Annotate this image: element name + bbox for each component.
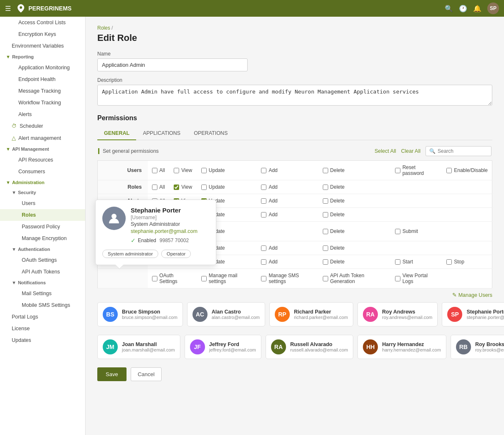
user-card-jeffrey-ford[interactable]: JF Jeffrey Ford jeffrey.ford@email.com <box>185 335 261 359</box>
sidebar-section-notifications[interactable]: ▼ Notifications <box>0 278 85 288</box>
sidebar-item-roles[interactable]: Roles <box>0 209 85 221</box>
perm-r7-stop[interactable] <box>446 259 452 265</box>
perm-api-token[interactable] <box>323 276 328 281</box>
clear-all-button[interactable]: Clear All <box>401 148 420 154</box>
user-card-bruce-simpson[interactable]: BS Bruce Simpson bruce.simpson@email.com <box>97 302 183 326</box>
sidebar-item-access-control-lists[interactable]: Access Control Lists <box>0 17 85 28</box>
perm-sla-delete[interactable] <box>323 212 328 218</box>
sidebar-item-alerts[interactable]: Alerts <box>0 109 85 120</box>
history-icon[interactable]: 🕐 <box>459 5 467 13</box>
perm-users-add[interactable] <box>261 168 266 173</box>
perm-mail[interactable] <box>201 276 207 281</box>
sidebar-item-consumers[interactable]: Consumers <box>0 166 85 177</box>
perm-roles-update[interactable] <box>201 185 207 190</box>
perm-users-delete[interactable] <box>323 168 328 173</box>
perm-r6-add[interactable] <box>261 245 266 251</box>
sidebar-item-api-auth-tokens[interactable]: API Auth Tokens <box>0 266 85 278</box>
perm-sms[interactable] <box>261 276 266 281</box>
perm-row-label: Roles <box>98 180 148 194</box>
description-textarea[interactable]: Application Admin have full access to co… <box>97 85 492 106</box>
user-card-alan-castro[interactable]: AC Alan Castro alan.castro@email.com <box>187 302 265 326</box>
perm-oauth[interactable] <box>152 276 157 281</box>
permissions-search-input[interactable] <box>438 148 488 154</box>
tab-applications[interactable]: APPLICATIONS <box>136 127 187 140</box>
chevron-down-icon: ▼ <box>6 54 10 59</box>
popup-username: [Username] <box>131 215 209 220</box>
sidebar-section-api-management[interactable]: ▼ API Management <box>0 144 85 154</box>
search-icon: 🔍 <box>429 148 436 154</box>
permissions-title: Permissions <box>97 114 492 122</box>
perm-alerts-add[interactable] <box>261 198 266 204</box>
sidebar-item-application-monitoring[interactable]: Application Monitoring <box>0 62 85 73</box>
sidebar-section-reporting[interactable]: ▼ Reporting <box>0 52 85 62</box>
sidebar-item-workflow-tracking[interactable]: Workflow Tracking <box>0 97 85 109</box>
perm-mh-delete[interactable] <box>323 229 328 234</box>
sidebar-item-mail-settings[interactable]: Mail Settings <box>0 288 85 299</box>
sidebar-section-security[interactable]: ▼ Security <box>0 187 85 197</box>
chevron-down-icon: ▼ <box>12 190 16 195</box>
sidebar-item-mobile-sms-settings[interactable]: Mobile SMS Settings <box>0 299 85 311</box>
perm-portal-logs[interactable] <box>395 276 400 281</box>
save-button[interactable]: Save <box>97 367 127 381</box>
perm-roles-add[interactable] <box>261 185 266 190</box>
tab-operations[interactable]: OPERATIONS <box>187 127 234 140</box>
perm-users-enable-disable[interactable] <box>446 168 452 173</box>
sidebar-item-license[interactable]: License <box>0 323 85 334</box>
user-card-stephanie-porter[interactable]: SP Stephanie Porter stephanie.porter@ema… <box>442 302 504 326</box>
user-card-richard-parker[interactable]: RP Richard Parker richard.parker@email.c… <box>269 302 353 326</box>
sidebar-item-updates[interactable]: Updates <box>0 334 85 346</box>
user-name: Bruce Simpson <box>122 309 177 315</box>
perm-r7-start[interactable] <box>395 259 400 265</box>
sidebar-item-oauth-settings[interactable]: OAuth Settings <box>0 254 85 266</box>
notification-icon[interactable]: 🔔 <box>473 5 481 13</box>
perm-users-view[interactable] <box>174 168 179 173</box>
sidebar-item-password-policy[interactable]: Password Policy <box>0 221 85 233</box>
sidebar-item-message-tracking[interactable]: Message Tracking <box>0 85 85 97</box>
sidebar-item-alert-management[interactable]: △ Alert management <box>0 132 85 144</box>
hamburger-icon[interactable]: ☰ <box>5 5 11 13</box>
sidebar-item-api-resources[interactable]: API Resources <box>0 154 85 166</box>
sidebar-item-portal-logs[interactable]: Portal Logs <box>0 311 85 323</box>
sidebar-item-manage-encryption[interactable]: Manage Encryption <box>0 233 85 244</box>
avatar[interactable]: SP <box>487 3 499 14</box>
popup-tag-operator[interactable]: Operator <box>161 250 191 258</box>
user-avatar: RA <box>271 339 286 354</box>
popup-tags: System administrator Operator <box>102 250 209 258</box>
sidebar-item-scheduler[interactable]: ⏱ Scheduler <box>0 120 85 132</box>
user-card-roy-brooks[interactable]: RB Roy Brooks roy.brooks@email.com <box>451 335 504 359</box>
user-card-roy-andrews[interactable]: RA Roy Andrews roy.andrews@email.com <box>357 302 438 326</box>
logo: PEREGRINEMS <box>16 3 71 13</box>
sidebar-item-encryption-keys[interactable]: Encryption Keys <box>0 28 85 40</box>
manage-users-button[interactable]: ✎ Manage Users <box>452 292 492 298</box>
sidebar-item-users[interactable]: Users <box>0 197 85 209</box>
perm-users-all[interactable] <box>152 168 157 173</box>
user-card-russell-alvarado[interactable]: RA Russell Alvarado russell.alvarado@ema… <box>266 335 353 359</box>
perm-r7-delete[interactable] <box>323 259 328 265</box>
perm-roles-view[interactable] <box>174 185 179 190</box>
popup-tag-sysadmin[interactable]: System administrator <box>102 250 158 258</box>
tab-general[interactable]: GENERAL <box>97 127 136 140</box>
popup-email[interactable]: stephanie.porter@gmail.com <box>131 228 209 234</box>
perm-users-reset-password[interactable] <box>395 168 400 173</box>
sidebar-section-administration[interactable]: ▼ Administration <box>0 177 85 187</box>
perm-mh-submit[interactable] <box>395 229 400 234</box>
sidebar-section-authentication[interactable]: ▼ Authentication <box>0 244 85 254</box>
sidebar-item-endpoint-health[interactable]: Endpoint Health <box>0 73 85 85</box>
name-input[interactable] <box>97 58 248 71</box>
page-title: Edit Role <box>97 33 492 43</box>
user-avatar: SP <box>447 307 462 322</box>
perm-sla-add[interactable] <box>261 212 266 218</box>
perm-alerts-delete[interactable] <box>323 198 328 204</box>
perm-r6-delete[interactable] <box>323 245 328 251</box>
perm-users-update[interactable] <box>201 168 207 173</box>
perm-r7-add[interactable] <box>261 259 266 265</box>
perm-roles-all[interactable] <box>152 185 157 190</box>
user-card-joan-marshall[interactable]: JM Joan Marshall joan.marshall@email.com <box>97 335 180 359</box>
search-icon[interactable]: 🔍 <box>445 5 453 13</box>
cancel-button[interactable]: Cancel <box>131 367 162 381</box>
perm-roles-delete[interactable] <box>323 185 328 190</box>
breadcrumb-parent[interactable]: Roles <box>97 25 110 31</box>
select-all-button[interactable]: Select All <box>375 148 396 154</box>
user-card-harry-hernandez[interactable]: HH Harry Hernandez harry.hernandez@email… <box>357 335 446 359</box>
sidebar-item-environment-variables[interactable]: Environment Variables <box>0 40 85 52</box>
